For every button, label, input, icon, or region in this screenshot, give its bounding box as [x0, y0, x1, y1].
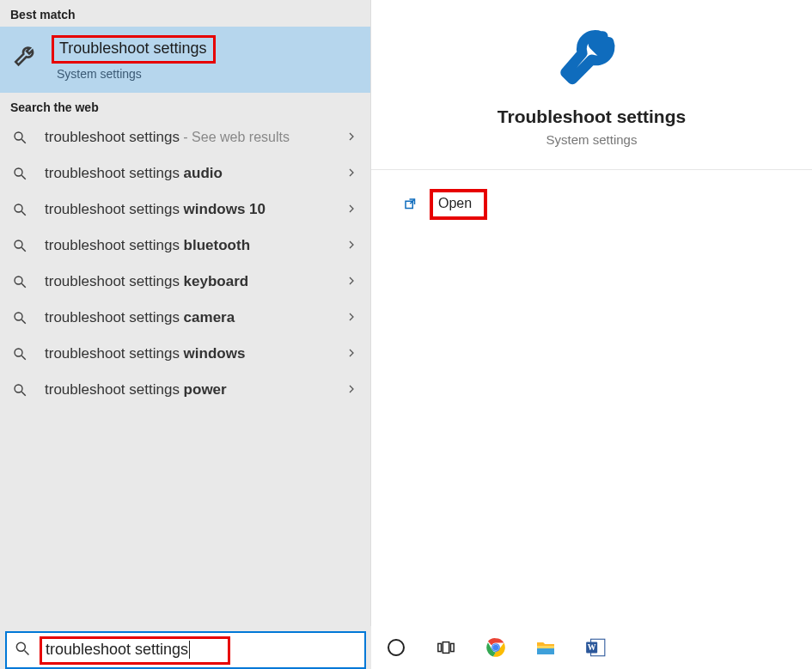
chevron-right-icon [346, 166, 358, 181]
search-icon [10, 130, 29, 145]
open-label-highlight: Open [430, 189, 487, 220]
web-result-label: troubleshoot settings keyboard [45, 273, 331, 290]
web-result-item[interactable]: troubleshoot settings windows [0, 336, 370, 372]
search-icon [10, 166, 29, 181]
svg-point-0 [15, 132, 22, 140]
web-result-label: troubleshoot settings audio [45, 165, 331, 182]
svg-point-17 [16, 642, 25, 651]
web-result-item[interactable]: troubleshoot settings camera [0, 300, 370, 336]
word-icon[interactable]: W [583, 635, 608, 660]
svg-line-3 [21, 175, 26, 179]
svg-point-4 [15, 204, 22, 212]
svg-line-5 [21, 211, 26, 216]
open-label: Open [438, 196, 472, 210]
chevron-right-icon [346, 130, 358, 145]
search-results-panel: Best match Troubleshoot settings System … [0, 0, 371, 626]
preview-title: Troubleshoot settings [498, 106, 686, 127]
web-result-item[interactable]: troubleshoot settings audio [0, 155, 370, 192]
search-icon [10, 238, 29, 253]
search-box[interactable]: troubleshoot settings [5, 631, 366, 669]
open-action[interactable]: Open [371, 170, 812, 220]
svg-line-18 [25, 651, 29, 655]
chevron-right-icon [346, 346, 358, 362]
web-result-label: troubleshoot settings windows 10 [45, 201, 331, 218]
preview-panel: Troubleshoot settings System settings Op… [371, 0, 812, 626]
search-icon [14, 640, 31, 660]
web-result-label: troubleshoot settings windows [45, 345, 331, 362]
preview-subtitle: System settings [546, 132, 638, 147]
web-result-item[interactable]: troubleshoot settings bluetooth [0, 228, 370, 264]
svg-rect-20 [438, 643, 442, 651]
svg-point-6 [15, 240, 22, 248]
search-icon [10, 382, 29, 398]
taskbar: W [371, 626, 812, 669]
search-web-header: Search the web [0, 93, 370, 119]
search-query-highlight: troubleshoot settings [40, 636, 230, 665]
best-match-item[interactable]: Troubleshoot settings System settings [0, 27, 370, 93]
search-icon [10, 274, 29, 289]
chevron-right-icon [346, 202, 358, 217]
chevron-right-icon [346, 310, 358, 325]
best-match-title-highlight: Troubleshoot settings [52, 35, 216, 64]
cortana-icon[interactable] [383, 635, 409, 660]
web-result-label: troubleshoot settings bluetooth [45, 237, 331, 254]
wrench-icon [10, 39, 43, 71]
svg-line-15 [21, 392, 26, 396]
svg-rect-22 [451, 643, 455, 651]
best-match-subtitle: System settings [57, 67, 216, 81]
svg-line-1 [21, 139, 26, 143]
web-result-item[interactable]: troubleshoot settings windows 10 [0, 192, 370, 228]
svg-point-2 [15, 168, 22, 176]
web-result-item[interactable]: troubleshoot settings power [0, 372, 370, 408]
chevron-right-icon [346, 274, 358, 289]
svg-rect-21 [443, 642, 449, 654]
svg-line-11 [21, 319, 26, 324]
web-result-label: troubleshoot settings power [45, 381, 331, 398]
svg-point-12 [15, 349, 22, 356]
svg-point-10 [15, 313, 22, 320]
web-result-item[interactable]: troubleshoot settings - See web results [0, 119, 370, 155]
chevron-right-icon [346, 382, 358, 398]
search-query-text: troubleshoot settings [46, 641, 190, 659]
search-icon [10, 202, 29, 217]
svg-point-19 [388, 640, 404, 655]
svg-line-7 [21, 247, 26, 252]
svg-line-13 [21, 356, 26, 360]
svg-line-9 [21, 283, 26, 288]
best-match-header: Best match [0, 0, 370, 27]
svg-text:W: W [588, 642, 596, 652]
web-result-label: troubleshoot settings camera [45, 309, 331, 326]
search-box-wrap: troubleshoot settings [0, 626, 371, 669]
wrench-icon [553, 17, 631, 94]
open-icon [402, 196, 419, 213]
web-result-item[interactable]: troubleshoot settings keyboard [0, 264, 370, 300]
web-result-label: troubleshoot settings - See web results [45, 129, 331, 146]
best-match-title: Troubleshoot settings [59, 40, 206, 57]
search-icon [10, 310, 29, 325]
file-explorer-icon[interactable] [533, 635, 559, 660]
chrome-icon[interactable] [483, 635, 509, 660]
svg-point-14 [15, 385, 22, 392]
svg-point-8 [15, 277, 22, 284]
chevron-right-icon [346, 238, 358, 253]
task-view-icon[interactable] [433, 635, 459, 660]
svg-point-26 [493, 645, 499, 651]
search-icon [10, 346, 29, 362]
svg-rect-27 [537, 648, 554, 654]
